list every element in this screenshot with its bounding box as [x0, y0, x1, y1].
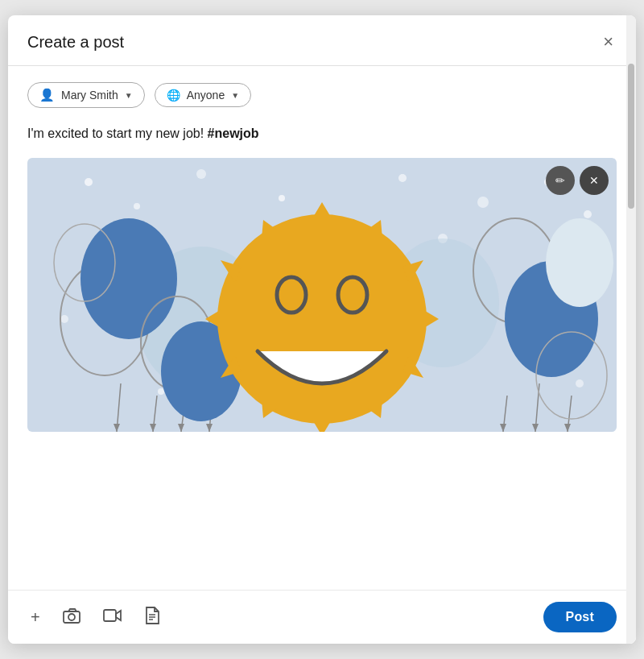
user-icon: 👤: [39, 88, 55, 102]
svg-point-5: [398, 174, 407, 182]
photo-button[interactable]: [60, 604, 84, 631]
add-button[interactable]: +: [27, 605, 43, 630]
modal-footer: +: [8, 590, 636, 644]
svg-point-15: [158, 388, 164, 395]
svg-point-1: [85, 178, 93, 186]
user-name-label: Mary Smith: [61, 89, 118, 102]
svg-point-27: [80, 218, 177, 339]
add-icon: +: [31, 608, 40, 627]
close-button[interactable]: ×: [600, 30, 617, 54]
remove-image-button[interactable]: ✕: [580, 166, 609, 195]
svg-point-14: [576, 379, 584, 388]
image-actions: ✏ ✕: [546, 166, 609, 195]
modal-header: Create a post ×: [8, 15, 636, 66]
svg-point-2: [134, 203, 140, 209]
video-icon: [103, 608, 122, 627]
svg-point-6: [477, 197, 489, 208]
post-button[interactable]: Post: [543, 602, 617, 632]
svg-point-4: [279, 195, 285, 201]
remove-icon: ✕: [589, 174, 599, 187]
svg-rect-60: [104, 610, 116, 621]
svg-point-3: [196, 169, 206, 179]
edit-icon: ✏: [555, 174, 565, 187]
scrollbar-track[interactable]: [626, 15, 636, 644]
video-button[interactable]: [100, 605, 126, 630]
audience-label: Anyone: [187, 89, 225, 102]
toolbar-row: 👤 Mary Smith ▼ 🌐 Anyone ▼: [27, 82, 617, 108]
edit-image-button[interactable]: ✏: [546, 166, 575, 195]
user-chevron-icon: ▼: [125, 91, 133, 100]
post-hashtag: #newjob: [208, 126, 259, 140]
modal-body: 👤 Mary Smith ▼ 🌐 Anyone ▼ I'm excited to…: [8, 66, 636, 590]
svg-point-39: [546, 218, 613, 307]
camera-icon: [63, 607, 80, 628]
svg-point-12: [60, 315, 68, 323]
svg-rect-58: [64, 611, 80, 623]
audience-chevron-icon: ▼: [231, 91, 239, 100]
globe-icon: 🌐: [167, 89, 180, 102]
post-image-container: ✏ ✕: [27, 158, 617, 432]
svg-point-59: [68, 614, 75, 620]
svg-point-43: [217, 214, 427, 424]
audience-selector[interactable]: 🌐 Anyone ▼: [155, 83, 251, 107]
document-button[interactable]: [142, 603, 163, 632]
celebration-image: [27, 158, 617, 432]
user-selector[interactable]: 👤 Mary Smith ▼: [27, 82, 145, 108]
post-text: I'm excited to start my new job! #newjob: [27, 124, 617, 143]
svg-point-8: [584, 210, 592, 218]
document-icon: [145, 607, 159, 628]
scrollbar-thumb: [628, 64, 634, 209]
post-text-plain: I'm excited to start my new job!: [27, 126, 208, 140]
modal-title: Create a post: [27, 33, 124, 52]
footer-tools: +: [27, 603, 163, 632]
create-post-modal: Create a post × 👤 Mary Smith ▼ 🌐 Anyone …: [8, 15, 636, 644]
